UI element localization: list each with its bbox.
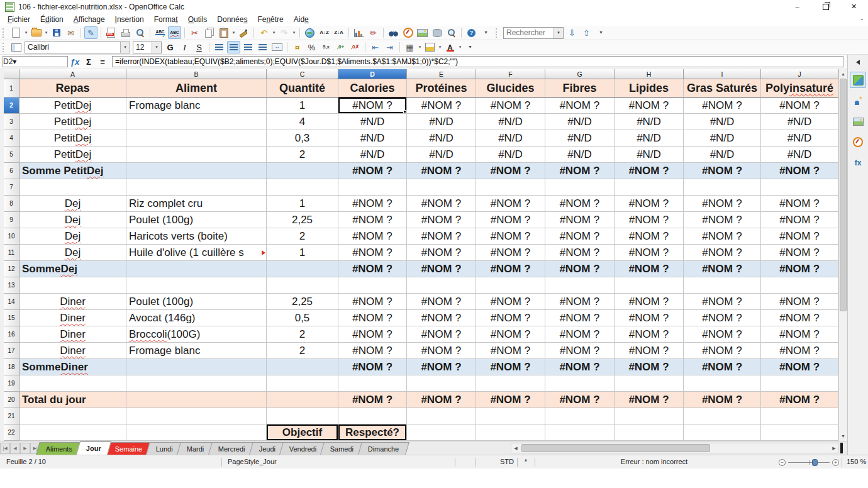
cell-D7[interactable] [338, 179, 407, 196]
cell-F2[interactable]: #NOM ? [476, 97, 545, 114]
zoom-slider-track[interactable] [788, 462, 830, 463]
cell-H17[interactable]: #NOM ? [615, 343, 684, 359]
cell-F15[interactable]: #NOM ? [476, 310, 545, 326]
cell-F12[interactable]: #NOM ? [476, 261, 545, 277]
spellcheck-button[interactable]: ABC [153, 26, 167, 39]
formatting-toolbar-options-button[interactable]: ▾ [464, 41, 477, 53]
menu-aide[interactable]: Aide [289, 14, 314, 25]
bold-button[interactable]: G [164, 41, 177, 53]
align-justify-button[interactable] [256, 41, 269, 53]
cell-J16[interactable]: #NOM ? [761, 326, 838, 343]
cell-G9[interactable]: #NOM ? [545, 212, 615, 228]
cell-J4[interactable]: #N/D [761, 130, 838, 147]
cell-B7[interactable] [126, 179, 267, 196]
cell-J5[interactable]: #N/D [761, 147, 838, 163]
cell-A5[interactable]: Petit Dej [19, 147, 126, 163]
cell-A17[interactable]: Diner [19, 343, 126, 359]
name-box[interactable]: D2 ▾ [3, 56, 68, 67]
cell-C6[interactable] [267, 163, 338, 179]
cell-E5[interactable]: #N/D [407, 147, 476, 163]
cell-G13[interactable] [545, 277, 615, 294]
row-header-22[interactable]: 22 [4, 424, 19, 441]
cell-A20[interactable]: Total du jour [19, 392, 126, 408]
cell-G2[interactable]: #NOM ? [545, 97, 615, 114]
font-size-combobox[interactable]: 12▾ [133, 42, 162, 53]
cell-J1[interactable]: Poly insaturé [761, 79, 838, 97]
cell-D20[interactable]: #NOM ? [338, 392, 407, 408]
cell-I7[interactable] [684, 179, 761, 196]
cell-H18[interactable]: #NOM ? [615, 359, 684, 375]
scroll-down-icon[interactable]: ▼ [839, 431, 847, 440]
cell-I14[interactable]: #NOM ? [684, 294, 761, 310]
cell-A19[interactable] [19, 375, 126, 392]
cell-G14[interactable]: #NOM ? [545, 294, 615, 310]
borders-dropdown-icon[interactable]: ▾ [417, 45, 423, 50]
zoom-button[interactable] [445, 26, 458, 39]
align-right-button[interactable] [242, 41, 255, 53]
sidebar-styles-button[interactable] [850, 92, 866, 109]
align-left-button[interactable] [213, 41, 226, 53]
scroll-right-icon[interactable]: ▶ [830, 443, 838, 453]
cell-G22[interactable] [545, 424, 615, 441]
cell-B22[interactable] [126, 424, 267, 441]
sidebar-open-close-button[interactable] [850, 57, 866, 67]
sheet-tab-jour[interactable]: Jour [76, 441, 111, 455]
standard-toolbar-options-button[interactable]: ▾ [479, 26, 492, 39]
cell-J15[interactable]: #NOM ? [761, 310, 838, 326]
cell-I3[interactable]: #N/D [684, 114, 761, 130]
cell-B15[interactable]: Avocat (146g) [126, 310, 267, 326]
cell-E10[interactable]: #NOM ? [407, 228, 476, 245]
cell-A8[interactable]: Dej [19, 196, 126, 212]
export-pdf-button[interactable] [104, 26, 118, 39]
cell-I2[interactable]: #NOM ? [684, 97, 761, 114]
column-header-E[interactable]: E [407, 69, 476, 79]
cell-G19[interactable] [545, 375, 615, 392]
cell-D5[interactable]: #N/D [338, 147, 407, 163]
cell-D10[interactable]: #NOM ? [338, 228, 407, 245]
row-header-12[interactable]: 12 [4, 261, 19, 277]
cell-G16[interactable]: #NOM ? [545, 326, 615, 343]
pane-splitter[interactable] [840, 443, 843, 453]
cell-I9[interactable]: #NOM ? [684, 212, 761, 228]
name-box-dropdown-icon[interactable]: ▾ [13, 57, 16, 66]
email-document-button[interactable]: ✉ [64, 26, 77, 39]
menu-format[interactable]: Format [149, 14, 183, 25]
cell-J19[interactable] [761, 375, 838, 392]
cell-J2[interactable]: #NOM ? [761, 97, 838, 114]
cell-F19[interactable] [476, 375, 545, 392]
sort-ascending-button[interactable]: A↓Z [318, 26, 331, 39]
cell-F20[interactable]: #NOM ? [476, 392, 545, 408]
cell-B14[interactable]: Poulet (100g) [126, 294, 267, 310]
cell-E22[interactable] [407, 424, 476, 441]
save-button[interactable] [50, 26, 63, 39]
cell-J7[interactable] [761, 179, 838, 196]
cell-D11[interactable]: #NOM ? [338, 245, 407, 261]
cell-C9[interactable]: 2,25 [267, 212, 338, 228]
sort-descending-button[interactable]: Z↓A [332, 26, 345, 39]
cell-F14[interactable]: #NOM ? [476, 294, 545, 310]
cell-A7[interactable] [19, 179, 126, 196]
cell-H10[interactable]: #NOM ? [615, 228, 684, 245]
cell-H19[interactable] [615, 375, 684, 392]
cell-C20[interactable] [267, 392, 338, 408]
cell-J14[interactable]: #NOM ? [761, 294, 838, 310]
cell-B1[interactable]: Aliment [126, 79, 267, 97]
column-header-F[interactable]: F [476, 69, 545, 79]
menu-affichage[interactable]: Affichage [69, 14, 110, 25]
first-sheet-button[interactable]: |◀ [0, 443, 10, 454]
print-button[interactable] [119, 26, 132, 39]
close-button[interactable]: ✕ [840, 0, 868, 13]
cell-D17[interactable]: #NOM ? [338, 343, 407, 359]
find-replace-button[interactable] [387, 26, 400, 39]
cell-G3[interactable]: #N/D [545, 114, 615, 130]
data-sources-button[interactable] [430, 26, 443, 39]
cell-J9[interactable]: #NOM ? [761, 212, 838, 228]
cell-I15[interactable]: #NOM ? [684, 310, 761, 326]
menubar-overflow-icon[interactable]: ⌄ [859, 15, 864, 21]
sum-button[interactable]: Σ [82, 56, 96, 68]
cell-J8[interactable]: #NOM ? [761, 196, 838, 212]
find-input-box[interactable]: ▾ [503, 27, 564, 39]
cell-E19[interactable] [407, 375, 476, 392]
cell-J11[interactable]: #NOM ? [761, 245, 838, 261]
function-wizard-button[interactable]: ƒx [68, 56, 82, 68]
